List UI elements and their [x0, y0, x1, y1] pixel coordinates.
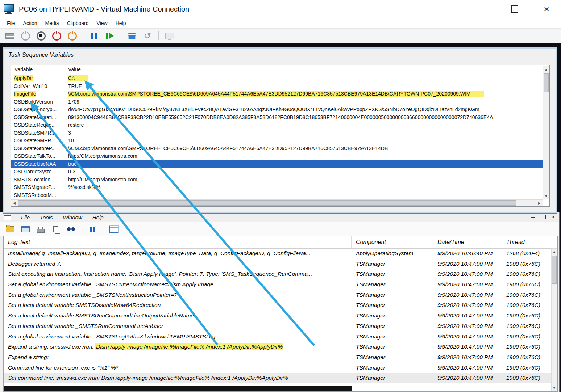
ts-row[interactable]: SMSTSMigrateP... %%osdisk%% — [11, 184, 543, 191]
scroll-thumb[interactable] — [552, 256, 557, 284]
ts-horizontal-scrollbar[interactable]: ◀ ▶ — [11, 199, 543, 206]
menu-item[interactable]: Help — [112, 20, 130, 26]
menu-item[interactable]: Media — [41, 20, 63, 26]
cmtrace-close-button[interactable]: × — [552, 214, 555, 220]
log-col-component[interactable]: Component — [352, 236, 433, 248]
ts-variable-cell: SMSTSLocation... — [11, 176, 65, 184]
log-thread-cell: 1900 (0x76C) — [502, 321, 551, 332]
ts-row[interactable]: OSDStateEncryp... dw6rPOtv7p1gGiScYuKv1D… — [11, 106, 543, 114]
log-row[interactable]: Set a local default variable _SMSTSRunCo… — [4, 321, 551, 332]
cmtrace-window-controls: × — [531, 212, 555, 222]
ts-row[interactable]: ApplyDir C:\ — [11, 75, 543, 83]
cmtrace-minimize-button[interactable] — [531, 217, 535, 218]
minimize-button[interactable] — [474, 4, 489, 14]
ts-row[interactable]: OSDStateTalkTo... http://CM.corp.viamons… — [11, 152, 543, 160]
log-datetime-cell: 9/9/2020 10:47:00 PM — [433, 321, 502, 332]
log-row[interactable]: Set a global environment variable _SMSTS… — [4, 290, 551, 300]
menu-item[interactable]: Action — [19, 20, 41, 26]
log-col-datetime[interactable]: Date/Time — [433, 236, 502, 248]
scroll-thumb[interactable] — [544, 73, 549, 92]
ts-row[interactable]: ImageFile \\CM.corp.viamonstra.com\SMPST… — [11, 90, 543, 98]
log-row[interactable]: Set a local default variable SMSTSRunCom… — [4, 311, 551, 321]
scroll-down-button[interactable]: ▼ — [552, 385, 557, 391]
maximize-button[interactable] — [507, 4, 522, 14]
ctrl-alt-del-icon[interactable] — [5, 31, 14, 41]
ts-value-cell: TRUE — [65, 83, 543, 90]
ts-variable-cell: OSDStateSMPR... — [11, 137, 65, 145]
ts-row[interactable]: OSDStateReque... restore — [11, 121, 543, 129]
ts-variable-cell: SMSTSMigrateP... — [11, 184, 65, 191]
log-row[interactable]: Set a local default variable SMSTSDisabl… — [4, 300, 551, 311]
ts-vertical-scrollbar[interactable]: ▲ ▼ — [543, 66, 549, 199]
copy-icon[interactable] — [51, 224, 61, 234]
find-icon[interactable] — [66, 224, 76, 234]
highlight-icon[interactable] — [109, 224, 119, 234]
scroll-down-button[interactable]: ▼ — [543, 193, 549, 199]
scroll-up-button[interactable]: ▲ — [552, 249, 557, 254]
ts-row[interactable]: OSDStateMigrati... 891300004C9446B84CB8F… — [11, 114, 543, 122]
cmtrace-restore-button[interactable] — [541, 215, 546, 219]
scroll-right-button[interactable]: ▶ — [536, 200, 543, 206]
cmtrace-menu-item[interactable]: Help — [87, 214, 109, 220]
ts-variable-cell: OSDStateTalkTo... — [11, 152, 65, 160]
start-icon[interactable] — [21, 31, 30, 41]
log-row[interactable]: Expand a string: TSManager 9/9/2020 10:4… — [4, 352, 551, 363]
window-icon[interactable] — [21, 224, 30, 234]
cmtrace-menu-item[interactable]: Window — [58, 214, 87, 220]
menu-item[interactable]: File — [3, 20, 19, 26]
scroll-thumb[interactable] — [18, 200, 516, 206]
cmtrace-menu-item[interactable]: Tools — [35, 214, 58, 220]
ts-row[interactable]: OSDTargetSyste... 0-3 — [11, 168, 543, 176]
ts-row[interactable]: OSDStateUseNAA true — [11, 160, 543, 168]
log-col-logtext[interactable]: Log Text — [4, 236, 352, 248]
log-row[interactable]: Set a global environment variable _SMSTS… — [4, 332, 551, 342]
vmconnect-window: PC06 on HYPERVAMD - Virtual Machine Conn… — [0, 0, 561, 392]
close-button[interactable]: × — [539, 4, 554, 14]
log-row[interactable]: Debugger returned 7. TSManager 9/9/2020 … — [4, 259, 551, 269]
log-row[interactable]: Set a global environment variable _SMSTS… — [4, 279, 551, 290]
scroll-left-button[interactable]: ◀ — [11, 200, 17, 206]
ts-row[interactable]: OSDStateStoreP... \\CM.corp.viamonstra.c… — [11, 145, 543, 153]
checkpoint-icon[interactable] — [127, 31, 137, 41]
ts-row[interactable]: OSDStateSMPR... 3 — [11, 129, 543, 137]
log-thread-cell: 1900 (0x76C) — [502, 373, 551, 383]
ts-row[interactable]: OSDStateSMPR... 10 — [11, 137, 543, 145]
log-component-cell: TSManager — [352, 332, 433, 342]
log-row[interactable]: Set command line: smsswd.exe /run: Dism … — [4, 373, 551, 383]
log-component-cell: TSManager — [352, 259, 433, 269]
toolbar-separator — [82, 225, 82, 233]
scroll-up-button[interactable]: ▲ — [543, 66, 549, 72]
log-component-cell: TSManager — [352, 363, 433, 373]
ts-variable-cell: ImageFile — [11, 90, 65, 98]
print-icon[interactable] — [36, 224, 45, 234]
pause-icon[interactable] — [90, 31, 99, 41]
turn-off-icon[interactable] — [36, 31, 46, 41]
log-table: Log Text Component Date/Time Thread Inst… — [3, 236, 558, 392]
cmtrace-window: FileToolsWindowHelp × — [0, 212, 560, 392]
ts-col-variable[interactable]: Variable — [11, 65, 65, 75]
log-row[interactable]: InstallImage( g_InstallPackageID, g_Imag… — [4, 248, 551, 259]
log-row[interactable]: Start executing an instruction. Instruct… — [4, 269, 551, 279]
ts-value-cell: %%osdisk%% — [65, 184, 543, 191]
pause-icon[interactable] — [88, 224, 97, 234]
open-icon[interactable] — [5, 224, 15, 234]
resume-icon[interactable] — [105, 31, 115, 41]
ts-row[interactable]: OSDBuildVersion 1709 — [11, 98, 543, 106]
enhanced-session-icon[interactable] — [165, 31, 174, 41]
revert-icon[interactable]: ↺ — [143, 31, 152, 41]
save-state-icon[interactable] — [67, 31, 77, 41]
menu-item[interactable]: Clipboard — [63, 20, 93, 26]
ts-row[interactable]: SMSTSRebootM... — [11, 191, 543, 199]
log-row[interactable]: Expand a string: smsswd.exe /run: Dism /… — [4, 342, 551, 352]
menu-item[interactable]: View — [93, 20, 112, 26]
ts-variable-cell: OSDStateEncryp... — [11, 106, 65, 114]
ts-row[interactable]: CollVar_Win10 TRUE — [11, 83, 543, 90]
log-col-thread[interactable]: Thread — [502, 236, 557, 248]
shut-down-icon[interactable] — [52, 31, 61, 41]
log-component-cell: TSManager — [352, 300, 433, 311]
log-row[interactable]: Command line for extension .exe is "%1" … — [4, 363, 551, 373]
ts-col-value[interactable]: Value — [65, 65, 81, 75]
ts-row[interactable]: SMSTSLocation... http://CM.corp.viamonst… — [11, 176, 543, 184]
log-vertical-scrollbar[interactable]: ▲ ▼ — [551, 248, 557, 391]
cmtrace-menu-item[interactable]: File — [16, 214, 35, 220]
